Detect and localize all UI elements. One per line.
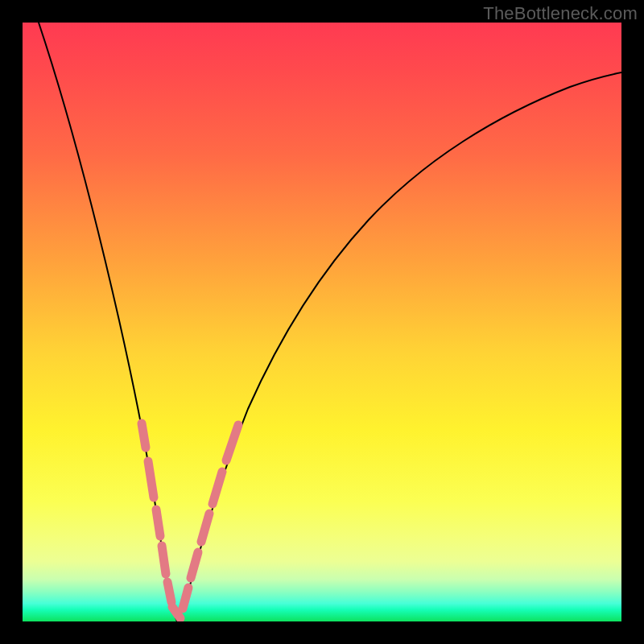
chart-frame: TheBottleneck.com — [0, 0, 644, 644]
highlight-seg-r4 — [213, 472, 222, 504]
curve-right-branch — [177, 72, 621, 621]
highlight-seg-r1 — [183, 588, 188, 609]
highlight-seg-l5 — [167, 582, 171, 602]
highlight-seg-l3 — [156, 510, 160, 536]
highlight-seg-l2 — [148, 461, 154, 497]
highlight-seg-r2 — [191, 552, 198, 578]
highlight-seg-r5 — [226, 425, 238, 460]
highlight-seg-l1 — [142, 423, 146, 448]
plot-area — [23, 23, 621, 621]
watermark-label: TheBottleneck.com — [483, 3, 638, 24]
bottleneck-curve — [23, 23, 621, 621]
highlight-seg-l4 — [162, 546, 166, 574]
highlight-seg-r3 — [201, 514, 209, 542]
